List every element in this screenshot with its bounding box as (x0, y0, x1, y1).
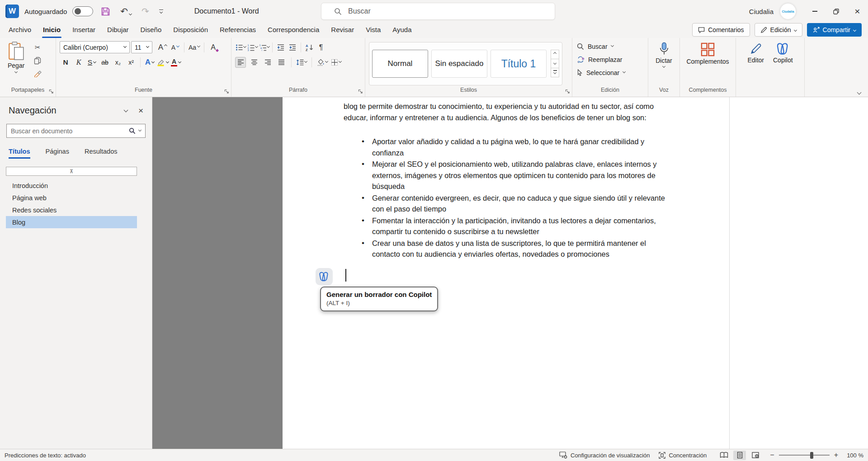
document-body[interactable]: blog te permite demostrar tu conocimient… (283, 97, 669, 260)
copilot-inline-button[interactable] (316, 268, 333, 285)
comments-button[interactable]: Comentarios (692, 23, 750, 37)
increase-indent-button[interactable] (287, 42, 298, 53)
bullet-item[interactable]: Mejorar el SEO y el posicionamiento web,… (360, 159, 669, 192)
styles-gallery-more-button[interactable] (551, 68, 559, 77)
italic-button[interactable]: K (73, 56, 85, 68)
share-button[interactable]: Compartir (807, 23, 862, 37)
tab-vista[interactable]: Vista (360, 23, 387, 38)
tab-referencias[interactable]: Referencias (214, 23, 262, 38)
document-page[interactable]: blog te permite demostrar tu conocimient… (283, 97, 730, 449)
web-layout-button[interactable] (749, 451, 762, 460)
change-case-button[interactable]: Aa (188, 42, 201, 53)
subscript-button[interactable]: x₂ (112, 56, 124, 68)
font-size-select[interactable]: 11 (131, 41, 152, 53)
bullet-item[interactable]: Fomentar la interacción y la participaci… (360, 215, 669, 237)
style-normal[interactable]: Normal (372, 50, 428, 78)
editor-button[interactable]: Editor (747, 41, 764, 85)
align-right-button[interactable] (262, 57, 273, 68)
paste-button[interactable]: Pegar (4, 41, 28, 85)
justify-button[interactable] (276, 57, 287, 68)
minimize-button[interactable] (804, 0, 826, 23)
tab-correspondencia[interactable]: Correspondencia (262, 23, 325, 38)
format-painter-button[interactable] (32, 69, 43, 79)
print-layout-button[interactable] (733, 451, 746, 460)
line-spacing-button[interactable] (296, 57, 307, 68)
find-button[interactable]: Buscar (576, 40, 644, 52)
dialog-launcher-styles[interactable] (565, 89, 570, 94)
heading-item[interactable]: Introducción (6, 179, 137, 192)
tab-archivo[interactable]: Archivo (3, 23, 37, 38)
intro-paragraph[interactable]: blog te permite demostrar tu conocimient… (344, 101, 669, 123)
read-mode-button[interactable] (717, 451, 730, 460)
underline-button[interactable]: S (86, 56, 98, 68)
shrink-font-button[interactable]: A (170, 42, 181, 53)
styles-scroll-down-button[interactable] (551, 59, 559, 68)
tab-dibujar[interactable]: Dibujar (101, 23, 135, 38)
tab-insertar[interactable]: Insertar (66, 23, 101, 38)
highlight-button[interactable] (157, 56, 169, 68)
undo-button[interactable]: ↶ (118, 5, 134, 18)
navtab-headings[interactable]: Títulos (9, 148, 30, 159)
style-heading1[interactable]: Título 1 (491, 50, 547, 78)
strikethrough-button[interactable]: ab (99, 56, 111, 68)
customize-quick-access-button[interactable] (157, 7, 165, 16)
borders-button[interactable] (330, 57, 341, 68)
sort-button[interactable]: AZ (304, 42, 315, 53)
shading-button[interactable] (316, 57, 328, 68)
addins-button[interactable]: Complementos (686, 41, 729, 85)
style-no-spacing[interactable]: Sin espaciado (431, 50, 487, 78)
tab-diseno[interactable]: Diseño (135, 23, 168, 38)
dictate-button[interactable]: Dictar (656, 41, 672, 85)
text-effects-button[interactable]: A (144, 56, 156, 68)
chevron-down-icon[interactable] (138, 128, 142, 132)
decrease-indent-button[interactable] (275, 42, 286, 53)
numbered-list-button[interactable]: 123 (247, 42, 258, 53)
redo-button[interactable]: ↷ (139, 5, 151, 18)
align-left-button[interactable] (235, 57, 246, 68)
dialog-launcher-paragraph[interactable] (358, 89, 363, 94)
copy-button[interactable] (32, 56, 43, 66)
restore-button[interactable] (826, 0, 847, 23)
zoom-slider-thumb[interactable] (810, 452, 813, 459)
heading-item-empty[interactable]: ⊼ (6, 167, 137, 176)
navigation-close-icon[interactable]: × (138, 106, 143, 115)
replace-button[interactable]: bc Reemplazar (576, 53, 644, 66)
save-button[interactable] (99, 6, 113, 17)
bullet-item[interactable]: Aportar valor añadido y calidad a tu pág… (360, 136, 669, 158)
select-button[interactable]: Seleccionar (576, 66, 644, 79)
document-search-input[interactable] (11, 127, 126, 135)
bullet-item[interactable]: Generar contenido evergreen, es decir, q… (360, 193, 669, 215)
editing-mode-button[interactable]: Edición (755, 23, 802, 37)
clear-formatting-button[interactable]: A◆ (208, 42, 219, 53)
navtab-results[interactable]: Resultados (85, 148, 118, 159)
close-button[interactable]: × (847, 0, 868, 23)
navigation-options-chevron[interactable] (123, 108, 128, 112)
word-logo[interactable]: W (5, 5, 19, 18)
zoom-in-button[interactable]: + (834, 451, 838, 459)
bullet-list-button[interactable] (235, 42, 246, 53)
superscript-button[interactable]: x² (125, 56, 137, 68)
font-color-button[interactable]: A (170, 56, 182, 68)
bullet-item[interactable]: Crear una base de datos y una lista de s… (360, 238, 669, 260)
show-marks-button[interactable]: ¶ (316, 42, 326, 53)
cut-button[interactable]: ✂ (32, 42, 43, 52)
align-center-button[interactable] (249, 57, 259, 68)
font-name-select[interactable]: Calibri (Cuerpo) (60, 41, 130, 53)
document-search-box[interactable] (6, 124, 146, 138)
zoom-slider[interactable] (779, 455, 830, 456)
global-search-box[interactable] (321, 3, 555, 20)
focus-mode-button[interactable]: Concentración (659, 452, 707, 459)
text-predictions-status[interactable]: Predicciones de texto: activado (5, 452, 86, 459)
heading-item[interactable]: Redes sociales (6, 204, 137, 216)
autosave-toggle[interactable] (72, 6, 93, 16)
tab-revisar[interactable]: Revisar (325, 23, 360, 38)
bold-button[interactable]: N (60, 56, 71, 68)
global-search-input[interactable] (348, 7, 497, 15)
dialog-launcher-font[interactable] (224, 89, 229, 94)
zoom-out-button[interactable]: − (770, 451, 774, 459)
zoom-percentage[interactable]: 100 % (843, 452, 863, 459)
user-name[interactable]: Ciudalia (749, 8, 774, 15)
grow-font-button[interactable]: A (157, 42, 168, 53)
navtab-pages[interactable]: Páginas (46, 148, 69, 159)
display-settings-button[interactable]: Configuración de visualización (559, 452, 650, 459)
